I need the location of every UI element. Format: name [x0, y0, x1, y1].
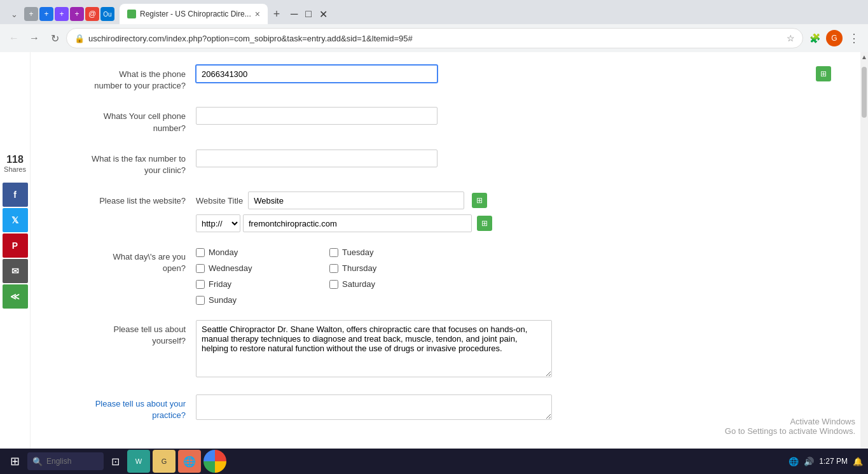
tab-group-1[interactable]: +	[24, 7, 38, 21]
scroll-up-arrow[interactable]: ▲	[860, 52, 868, 62]
wednesday-label: Wednesday	[209, 263, 252, 273]
tab-group-5[interactable]: @	[85, 7, 99, 21]
days-grid: Monday Tuesday Wednesday Thursday	[196, 247, 437, 305]
saturday-checkbox[interactable]	[329, 280, 338, 289]
share-icon: ≪	[10, 291, 20, 302]
lock-icon: 🔒	[74, 34, 85, 43]
friday-label: Friday	[209, 279, 231, 289]
phone-field: 2066341300	[196, 65, 809, 83]
day-wednesday: Wednesday	[196, 263, 304, 273]
tab-group-6[interactable]: Ou	[100, 7, 114, 21]
extensions-btn[interactable]: 🧩	[806, 29, 823, 47]
wednesday-checkbox[interactable]	[196, 264, 205, 273]
star-icon[interactable]: ☆	[787, 33, 795, 43]
phone-icon-btn[interactable]	[816, 66, 831, 81]
start-btn[interactable]: ⊞	[5, 452, 25, 471]
tab-group-3[interactable]: +	[55, 7, 69, 21]
menu-btn[interactable]: ⋮	[845, 29, 863, 47]
protocol-select[interactable]: http:// https:// ftp://	[196, 214, 240, 232]
cell-input[interactable]	[196, 107, 437, 125]
days-row: What day\'s are youopen? Monday Tuesday	[69, 247, 809, 305]
clock-time: 1:27 PM	[819, 457, 848, 466]
refresh-btn[interactable]: ↻	[46, 29, 64, 47]
new-tab-btn[interactable]: +	[268, 5, 286, 23]
title-bar: ⌄ + + + + @ Ou Register - US Chiropracti…	[0, 0, 868, 24]
monday-checkbox[interactable]	[196, 248, 205, 257]
tab-group-4[interactable]: +	[70, 7, 84, 21]
sunday-checkbox[interactable]	[196, 296, 205, 305]
email-btn[interactable]: ✉	[3, 259, 28, 283]
day-tuesday: Tuesday	[329, 247, 437, 257]
sound-icon[interactable]: 🔊	[804, 457, 814, 466]
website-title-input[interactable]: Website	[248, 192, 464, 209]
share-btn[interactable]: ≪	[3, 284, 28, 309]
taskbar-app-3[interactable]: 🌐	[178, 450, 201, 473]
tab-back-btn[interactable]: ⌄	[5, 5, 23, 23]
taskbar-clock: 1:27 PM	[819, 457, 848, 466]
search-icon: 🔍	[32, 457, 43, 466]
scrollbar-track[interactable]	[860, 62, 868, 474]
website-title-icon-btn[interactable]	[472, 193, 487, 208]
watermark-line2: Go to Settings to activate Windows.	[725, 426, 855, 436]
url-input-field[interactable]: fremontchiropractic.com	[243, 214, 472, 232]
website-field: Website Title Website http:// https:// f…	[196, 192, 809, 232]
friday-checkbox[interactable]	[196, 280, 205, 289]
monday-label: Monday	[209, 247, 238, 257]
back-btn[interactable]: ←	[5, 29, 23, 47]
cell-label: Whats Your cell phonenumber?	[69, 107, 196, 134]
website-url-row: http:// https:// ftp:// fremontchiroprac…	[196, 214, 809, 232]
taskbar-system-icons: 🌐 🔊 1:27 PM 🔔	[789, 457, 863, 466]
about-textarea[interactable]: Seattle Chiropractor Dr. Shane Walton, o…	[196, 320, 552, 377]
tab-group-2[interactable]: +	[39, 7, 53, 21]
tuesday-checkbox[interactable]	[329, 248, 338, 257]
taskbar-app-1[interactable]: W	[127, 450, 150, 473]
thursday-checkbox[interactable]	[329, 264, 338, 273]
active-tab[interactable]: Register - US Chiropractic Dire... ×	[120, 4, 268, 24]
shares-number: 118	[6, 154, 24, 165]
day-sunday: Sunday	[196, 295, 304, 305]
shares-count: 118 Shares	[4, 154, 26, 173]
phone-row: What is the phonenumber to your practice…	[69, 65, 809, 92]
maximize-btn[interactable]: □	[305, 8, 312, 20]
pinterest-btn[interactable]: P	[3, 234, 28, 258]
network-icon[interactable]: 🌐	[789, 457, 799, 466]
main-area: 118 Shares f 𝕏 P ✉ ≪ What is the ph	[0, 52, 868, 474]
website-url-icon-btn[interactable]	[477, 216, 492, 231]
cell-row: Whats Your cell phonenumber?	[69, 107, 809, 134]
right-scrollbar[interactable]: ▲	[860, 52, 868, 474]
thursday-label: Thursday	[342, 263, 376, 273]
facebook-btn[interactable]: f	[3, 183, 28, 207]
watermark-line1: Activate Windows	[725, 417, 855, 426]
taskbar-search[interactable]: 🔍	[27, 452, 104, 470]
url-input[interactable]: uschirodirectory.com/index.php?option=co…	[88, 34, 783, 43]
website-row: Please list the website? Website Title W…	[69, 192, 809, 232]
day-saturday: Saturday	[329, 279, 437, 289]
sunday-label: Sunday	[209, 295, 237, 305]
nav-actions: 🧩 G ⋮	[806, 29, 863, 47]
social-sidebar: 118 Shares f 𝕏 P ✉ ≪	[0, 52, 31, 474]
address-bar[interactable]: 🔒 uschirodirectory.com/index.php?option=…	[66, 28, 803, 48]
saturday-label: Saturday	[342, 279, 375, 289]
profiles-btn[interactable]: G	[826, 30, 843, 46]
taskbar-chrome[interactable]	[203, 450, 226, 473]
taskbar-search-input[interactable]	[46, 457, 97, 466]
minimize-btn[interactable]: ─	[291, 8, 298, 20]
notification-icon[interactable]: 🔔	[853, 457, 863, 466]
tab-close-btn[interactable]: ×	[255, 9, 260, 19]
fax-label: What is the fax number toyour clinic?	[69, 150, 196, 176]
window-controls: ─ □ ✕	[291, 8, 327, 20]
day-monday: Monday	[196, 247, 304, 257]
close-btn[interactable]: ✕	[319, 8, 327, 20]
practice-textarea[interactable]	[196, 394, 552, 420]
phone-input[interactable]: 2066341300	[196, 65, 437, 83]
forward-btn[interactable]: →	[25, 29, 43, 47]
task-view-btn[interactable]: ⊡	[106, 453, 125, 470]
taskbar: ⊞ 🔍 ⊡ W G 🌐 🌐 🔊 1:27 PM 🔔	[0, 449, 868, 474]
twitter-btn[interactable]: 𝕏	[3, 208, 28, 232]
day-friday: Friday	[196, 279, 304, 289]
scrollbar-thumb[interactable]	[862, 67, 867, 118]
taskbar-app-2[interactable]: G	[153, 450, 176, 473]
fax-input[interactable]	[196, 150, 437, 167]
about-label: Please tell us aboutyourself?	[69, 320, 196, 347]
days-label: What day\'s are youopen?	[69, 247, 196, 274]
